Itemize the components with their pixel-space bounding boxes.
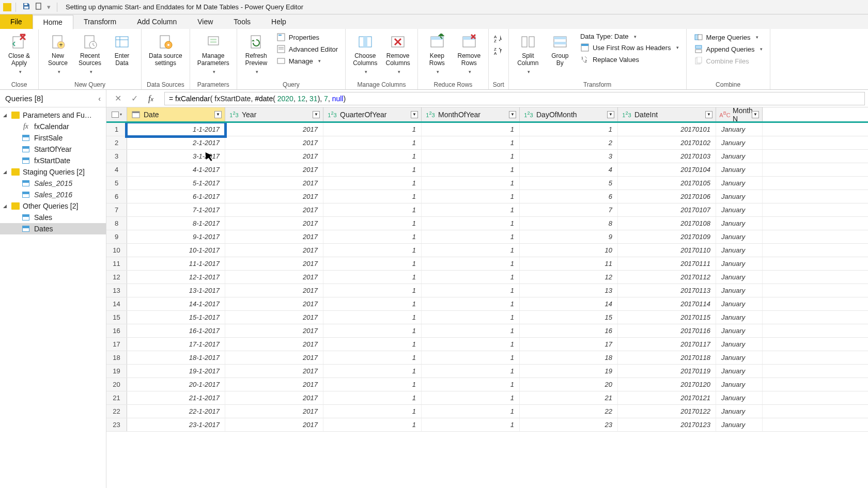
split-column-button[interactable]: Split Column (513, 31, 543, 76)
table-row[interactable]: 22-1-2017201711220170102January (106, 136, 868, 150)
table-row[interactable]: 1313-1-20172017111320170113January (106, 284, 868, 297)
cell-monthofyear[interactable]: 1 (422, 230, 520, 243)
table-corner[interactable]: ▾ (106, 107, 127, 121)
manage-parameters-button[interactable]: Manage Parameters (194, 31, 233, 76)
cell-monthofyear[interactable]: 1 (422, 378, 520, 391)
query-group-header[interactable]: ◢Other Queries [2] (0, 200, 106, 212)
row-number[interactable]: 2 (106, 136, 127, 149)
cell-monthofyear[interactable]: 1 (422, 217, 520, 230)
cell-quarterofyear[interactable]: 1 (323, 257, 422, 270)
menu-tools[interactable]: Tools (223, 14, 261, 29)
column-filter-icon[interactable]: ▼ (313, 111, 320, 118)
cell-dayofmonth[interactable]: 12 (520, 271, 618, 284)
cell-monthofyear[interactable]: 1 (422, 351, 520, 364)
cell-dateint[interactable]: 20170111 (618, 257, 716, 270)
cell-year[interactable]: 2017 (225, 284, 323, 297)
cell-monthofyear[interactable]: 1 (422, 405, 520, 418)
cell-monthname[interactable]: January (716, 230, 763, 243)
cell-quarterofyear[interactable]: 1 (323, 391, 422, 404)
cell-monthname[interactable]: January (716, 244, 763, 257)
cell-monthofyear[interactable]: 1 (422, 163, 520, 176)
row-number[interactable]: 15 (106, 311, 127, 324)
cell-quarterofyear[interactable]: 1 (323, 284, 422, 297)
column-header-monthofyear[interactable]: 123MonthOfYear▼ (422, 107, 520, 121)
cell-quarterofyear[interactable]: 1 (323, 338, 422, 351)
menu-add-column[interactable]: Add Column (127, 14, 187, 29)
cell-quarterofyear[interactable]: 1 (323, 311, 422, 324)
cell-year[interactable]: 2017 (225, 391, 323, 404)
cell-quarterofyear[interactable]: 1 (323, 217, 422, 230)
cell-quarterofyear[interactable]: 1 (323, 203, 422, 216)
formula-input[interactable]: = fxCalendar( fxStartDate, #date( 2020, … (164, 92, 865, 105)
row-number[interactable]: 13 (106, 284, 127, 297)
cell-monthname[interactable]: January (716, 190, 763, 203)
table-row[interactable]: 11-1-2017201711120170101January (106, 123, 868, 136)
cell-monthname[interactable]: January (716, 163, 763, 176)
query-item[interactable]: StartOfYear (0, 144, 106, 155)
refresh-preview-button[interactable]: Refresh Preview (241, 31, 271, 76)
cell-dateint[interactable]: 20170120 (618, 378, 716, 391)
cell-monthname[interactable]: January (716, 405, 763, 418)
cell-quarterofyear[interactable]: 1 (323, 418, 422, 431)
cell-dateint[interactable]: 20170109 (618, 230, 716, 243)
cell-quarterofyear[interactable]: 1 (323, 190, 422, 203)
first-row-headers-button[interactable]: Use First Row as Headers (577, 42, 682, 53)
cell-dayofmonth[interactable]: 10 (520, 244, 618, 257)
cell-monthofyear[interactable]: 1 (422, 136, 520, 149)
cell-dayofmonth[interactable]: 14 (520, 297, 618, 310)
cell-date[interactable]: 22-1-2017 (127, 405, 225, 418)
table-row[interactable]: 66-1-2017201711620170106January (106, 190, 868, 203)
cell-monthname[interactable]: January (716, 123, 763, 136)
row-number[interactable]: 9 (106, 230, 127, 243)
cell-year[interactable]: 2017 (225, 123, 323, 136)
cell-quarterofyear[interactable]: 1 (323, 123, 422, 136)
cell-year[interactable]: 2017 (225, 136, 323, 149)
cell-monthofyear[interactable]: 1 (422, 365, 520, 377)
combine-files-button[interactable]: Combine Files (691, 56, 766, 66)
cell-quarterofyear[interactable]: 1 (323, 136, 422, 149)
cell-year[interactable]: 2017 (225, 163, 323, 176)
cell-dayofmonth[interactable]: 11 (520, 257, 618, 270)
cell-monthofyear[interactable]: 1 (422, 338, 520, 351)
cell-monthname[interactable]: January (716, 391, 763, 404)
save-icon[interactable] (22, 2, 30, 12)
cell-year[interactable]: 2017 (225, 365, 323, 377)
cell-monthofyear[interactable]: 1 (422, 271, 520, 284)
new-source-button[interactable]: +New Source (43, 31, 73, 76)
cell-date[interactable]: 1-1-2017 (127, 123, 225, 136)
row-number[interactable]: 19 (106, 365, 127, 377)
row-number[interactable]: 7 (106, 203, 127, 216)
grid-body[interactable]: 11-1-2017201711120170101January22-1-2017… (106, 123, 868, 488)
cell-date[interactable]: 8-1-2017 (127, 217, 225, 230)
cell-dateint[interactable]: 20170106 (618, 190, 716, 203)
cell-monthofyear[interactable]: 1 (422, 324, 520, 337)
query-item[interactable]: fxStartDate (0, 155, 106, 166)
merge-queries-button[interactable]: Merge Queries (691, 32, 766, 42)
cell-year[interactable]: 2017 (225, 311, 323, 324)
cell-date[interactable]: 15-1-2017 (127, 311, 225, 324)
row-number[interactable]: 21 (106, 391, 127, 404)
table-row[interactable]: 1111-1-20172017111120170111January (106, 257, 868, 271)
cell-quarterofyear[interactable]: 1 (323, 324, 422, 337)
row-number[interactable]: 3 (106, 150, 127, 163)
query-item[interactable]: Sales_2016 (0, 189, 106, 200)
manage-query-button[interactable]: Manage (273, 56, 341, 66)
cell-dayofmonth[interactable]: 4 (520, 163, 618, 176)
cell-dayofmonth[interactable]: 9 (520, 230, 618, 243)
cell-monthname[interactable]: January (716, 257, 763, 270)
cell-date[interactable]: 20-1-2017 (127, 378, 225, 391)
cell-dayofmonth[interactable]: 20 (520, 378, 618, 391)
cell-date[interactable]: 7-1-2017 (127, 203, 225, 216)
cell-dayofmonth[interactable]: 3 (520, 150, 618, 163)
cell-quarterofyear[interactable]: 1 (323, 163, 422, 176)
cell-year[interactable]: 2017 (225, 271, 323, 284)
cell-quarterofyear[interactable]: 1 (323, 378, 422, 391)
column-filter-icon[interactable]: ▼ (607, 111, 614, 118)
cell-date[interactable]: 10-1-2017 (127, 244, 225, 257)
cell-year[interactable]: 2017 (225, 203, 323, 216)
cell-dayofmonth[interactable]: 18 (520, 351, 618, 364)
cell-dateint[interactable]: 20170122 (618, 405, 716, 418)
cell-monthname[interactable]: January (716, 324, 763, 337)
menu-transform[interactable]: Transform (73, 14, 127, 29)
cell-dateint[interactable]: 20170108 (618, 217, 716, 230)
